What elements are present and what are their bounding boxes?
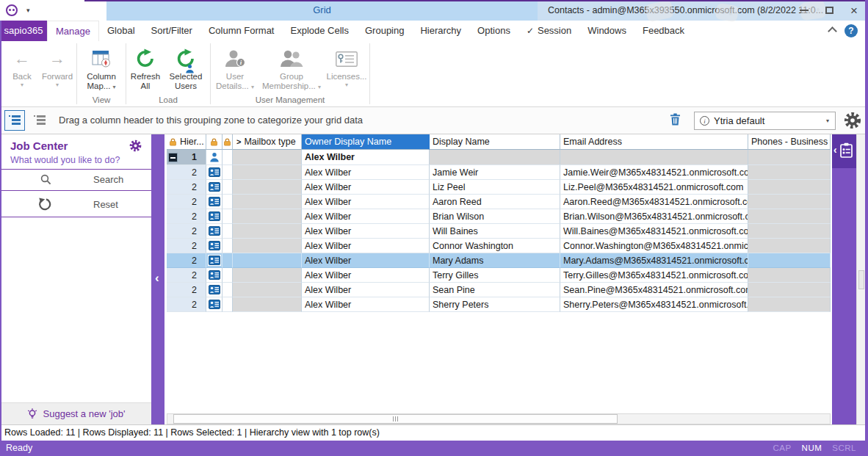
- table-row[interactable]: 2Alex WilberBrian WilsonBrian.Wilson@M36…: [167, 209, 831, 224]
- cell-type-icon[interactable]: [206, 268, 223, 283]
- job-center-settings-button[interactable]: [129, 140, 142, 155]
- cell-lock[interactable]: [223, 195, 233, 209]
- vertical-scrollbar[interactable]: [856, 134, 865, 424]
- cell-lock[interactable]: [223, 209, 233, 224]
- cell-owner-display-name[interactable]: Alex Wilber: [302, 268, 430, 283]
- cell-lock[interactable]: [223, 283, 233, 297]
- cell-type-icon[interactable]: [206, 224, 223, 239]
- cell-mailbox-type[interactable]: [233, 209, 302, 224]
- cell-email-address[interactable]: Brian.Wilson@M365x48314521.onmicrosoft.c…: [560, 209, 748, 224]
- table-row[interactable]: 2Alex WilberJamie WeirJamie.Weir@M365x48…: [167, 165, 831, 180]
- cell-owner-display-name[interactable]: Alex Wilber: [302, 150, 430, 165]
- refresh-all-button[interactable]: Refresh All: [128, 44, 163, 95]
- grouping-zone-hint[interactable]: Drag a column header to this grouping zo…: [59, 107, 363, 134]
- cell-owner-display-name[interactable]: Alex Wilber: [302, 253, 430, 268]
- cell-display-name[interactable]: Connor Washington: [430, 239, 560, 253]
- licenses-button[interactable]: Licenses... ▾: [325, 44, 368, 95]
- cell-owner-display-name[interactable]: Alex Wilber: [302, 165, 430, 180]
- cell-email-address[interactable]: Connor.Washington@M365x48314521.onmicros…: [560, 239, 748, 253]
- cell-display-name[interactable]: [430, 150, 560, 165]
- group-row[interactable]: 1 Alex Wilber: [167, 150, 831, 165]
- cell-phones-business[interactable]: [748, 165, 831, 180]
- column-header-phones-business[interactable]: Phones - Business: [748, 134, 831, 150]
- cell-owner-display-name[interactable]: Alex Wilber: [302, 283, 430, 297]
- tab-hierarchy[interactable]: Hierarchy: [412, 21, 469, 41]
- cell-email-address[interactable]: Mary.Adams@M365x48314521.onmicrosoft.com: [560, 253, 748, 268]
- column-header-hierarchy[interactable]: Hier...: [167, 134, 206, 150]
- cell-hierarchy[interactable]: 2: [167, 224, 206, 239]
- tab-sapio365[interactable]: sapio365: [0, 21, 47, 41]
- selected-users-button[interactable]: Selected Users: [163, 44, 209, 95]
- cell-hierarchy[interactable]: 1: [167, 150, 206, 165]
- cell-type-icon[interactable]: [206, 209, 223, 224]
- cell-lock[interactable]: [223, 239, 233, 253]
- tab-windows[interactable]: Windows: [579, 21, 634, 41]
- cell-lock[interactable]: [223, 224, 233, 239]
- reset-button[interactable]: Reset: [93, 199, 118, 210]
- cell-hierarchy[interactable]: 2: [167, 268, 206, 283]
- flat-view-button[interactable]: [29, 110, 50, 131]
- help-button[interactable]: ?: [845, 24, 858, 37]
- panel-splitter[interactable]: ‹: [151, 134, 164, 424]
- grid-template-select[interactable]: i Ytria default ▾: [694, 112, 836, 130]
- cell-phones-business[interactable]: [748, 253, 831, 268]
- cell-owner-display-name[interactable]: Alex Wilber: [302, 224, 430, 239]
- tab-manage[interactable]: Manage: [47, 21, 99, 41]
- minimize-button[interactable]: [798, 4, 811, 17]
- cell-mailbox-type[interactable]: [233, 297, 302, 312]
- cell-lock[interactable]: [223, 180, 233, 195]
- close-button[interactable]: ×: [847, 4, 861, 17]
- cell-display-name[interactable]: Jamie Weir: [430, 165, 560, 180]
- table-row[interactable]: 2Alex WilberSean PineSean.Pine@M365x4831…: [167, 283, 831, 297]
- cell-owner-display-name[interactable]: Alex Wilber: [302, 209, 430, 224]
- cell-email-address[interactable]: Terry.Gilles@M365x48314521.onmicrosoft.c…: [560, 268, 748, 283]
- table-row[interactable]: 2Alex WilberLiz PeelLiz.Peel@M365x483145…: [167, 180, 831, 195]
- cell-phones-business[interactable]: [748, 150, 831, 165]
- qat-caret-icon[interactable]: ▾: [26, 7, 30, 14]
- column-header-lock-1[interactable]: [206, 134, 223, 150]
- cell-lock[interactable]: [223, 150, 233, 165]
- table-row[interactable]: 2Alex WilberAaron ReedAaron.Reed@M365x48…: [167, 195, 831, 209]
- column-header-lock-2[interactable]: [223, 134, 233, 150]
- cell-lock[interactable]: [223, 165, 233, 180]
- template-info-icon[interactable]: i: [700, 116, 709, 126]
- cell-email-address[interactable]: Liz.Peel@M365x48314521.onmicrosoft.com: [560, 180, 748, 195]
- cell-email-address[interactable]: Jamie.Weir@M365x48314521.onmicrosoft.com: [560, 165, 748, 180]
- cell-hierarchy[interactable]: 2: [167, 253, 206, 268]
- cell-type-icon[interactable]: [206, 195, 223, 209]
- cell-phones-business[interactable]: [748, 297, 831, 312]
- cell-phones-business[interactable]: [748, 239, 831, 253]
- tab-grouping[interactable]: Grouping: [357, 21, 412, 41]
- column-header-mailbox-type[interactable]: > Mailbox type: [233, 134, 302, 150]
- collapse-group-button[interactable]: [168, 153, 178, 162]
- cell-phones-business[interactable]: [748, 268, 831, 283]
- cell-mailbox-type[interactable]: [233, 253, 302, 268]
- cell-owner-display-name[interactable]: Alex Wilber: [302, 239, 430, 253]
- cell-phones-business[interactable]: [748, 195, 831, 209]
- cell-hierarchy[interactable]: 2: [167, 209, 206, 224]
- cell-owner-display-name[interactable]: Alex Wilber: [302, 195, 430, 209]
- cell-display-name[interactable]: Mary Adams: [430, 253, 560, 268]
- cell-phones-business[interactable]: [748, 209, 831, 224]
- table-row[interactable]: 2Alex WilberSherry PetersSherry.Peters@M…: [167, 297, 831, 312]
- table-row-selected[interactable]: 2Alex WilberMary AdamsMary.Adams@M365x48…: [167, 253, 831, 268]
- tab-feedback[interactable]: Feedback: [634, 21, 692, 41]
- delete-template-button[interactable]: [670, 113, 681, 129]
- cell-type-icon[interactable]: [206, 239, 223, 253]
- grid-settings-button[interactable]: [844, 112, 861, 132]
- cell-type-icon[interactable]: [206, 180, 223, 195]
- collapse-ribbon-icon[interactable]: [828, 26, 837, 36]
- automation-panel-button[interactable]: ‹: [832, 134, 856, 168]
- cell-mailbox-type[interactable]: [233, 195, 302, 209]
- cell-mailbox-type[interactable]: [233, 165, 302, 180]
- maximize-button[interactable]: [822, 4, 836, 17]
- cell-type-icon[interactable]: [206, 150, 223, 165]
- cell-hierarchy[interactable]: 2: [167, 165, 206, 180]
- cell-type-icon[interactable]: [206, 253, 223, 268]
- cell-hierarchy[interactable]: 2: [167, 180, 206, 195]
- user-details-button[interactable]: User Details... ▾: [212, 44, 258, 95]
- cell-display-name[interactable]: Brian Wilson: [430, 209, 560, 224]
- tab-column-format[interactable]: Column Format: [200, 21, 283, 41]
- cell-phones-business[interactable]: [748, 283, 831, 297]
- cell-lock[interactable]: [223, 268, 233, 283]
